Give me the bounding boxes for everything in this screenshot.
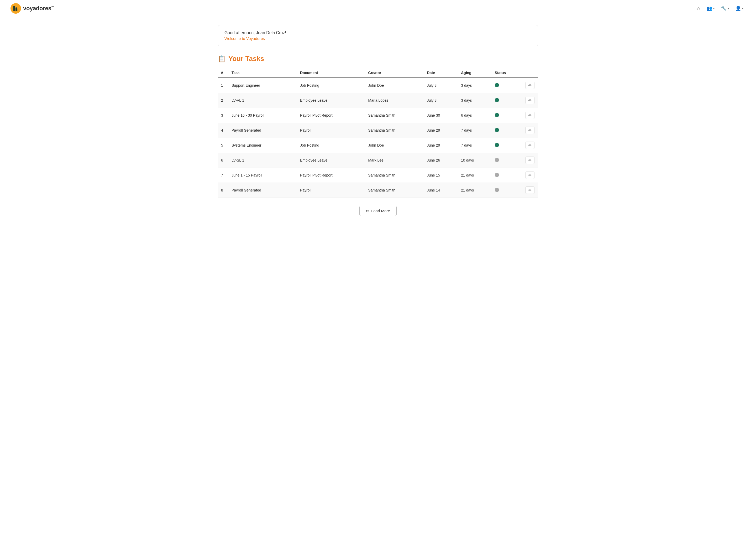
table-row: 5 Systems Engineer Job Posting John Doe … bbox=[218, 138, 538, 153]
row-task: Systems Engineer bbox=[228, 138, 297, 153]
row-creator: Samantha Smith bbox=[365, 168, 424, 183]
eye-icon: 👁 bbox=[528, 83, 532, 87]
status-dot bbox=[495, 143, 499, 147]
row-task: June 1 - 15 Payroll bbox=[228, 168, 297, 183]
tasks-table: # Task Document Creator Date Aging Statu… bbox=[218, 68, 538, 198]
row-document: Payroll bbox=[297, 183, 365, 198]
row-action: 👁 bbox=[522, 138, 538, 153]
table-row: 1 Support Engineer Job Posting John Doe … bbox=[218, 78, 538, 93]
row-status bbox=[492, 93, 522, 108]
col-date: Date bbox=[424, 68, 458, 78]
view-button[interactable]: 👁 bbox=[526, 172, 535, 179]
svg-rect-2 bbox=[16, 7, 17, 11]
row-date: June 29 bbox=[424, 123, 458, 138]
row-number: 3 bbox=[218, 108, 228, 123]
row-date: June 26 bbox=[424, 153, 458, 168]
tasks-title: Your Tasks bbox=[228, 55, 264, 63]
view-button[interactable]: 👁 bbox=[526, 127, 535, 134]
row-action: 👁 bbox=[522, 168, 538, 183]
view-button[interactable]: 👁 bbox=[526, 112, 535, 119]
team-chevron-icon: ▾ bbox=[713, 7, 715, 10]
row-action: 👁 bbox=[522, 123, 538, 138]
row-number: 2 bbox=[218, 93, 228, 108]
row-creator: Samantha Smith bbox=[365, 123, 424, 138]
row-status bbox=[492, 183, 522, 198]
eye-icon: 👁 bbox=[528, 143, 532, 147]
row-document: Job Posting bbox=[297, 78, 365, 93]
col-aging: Aging bbox=[458, 68, 492, 78]
row-date: June 15 bbox=[424, 168, 458, 183]
load-more-icon: ↺ bbox=[366, 209, 369, 213]
eye-icon: 👁 bbox=[528, 113, 532, 117]
row-number: 8 bbox=[218, 183, 228, 198]
row-task: Payroll Generated bbox=[228, 183, 297, 198]
row-document: Payroll Pivot Report bbox=[297, 168, 365, 183]
row-document: Payroll Pivot Report bbox=[297, 108, 365, 123]
row-action: 👁 bbox=[522, 93, 538, 108]
view-button[interactable]: 👁 bbox=[526, 157, 535, 164]
logo-icon bbox=[11, 3, 21, 14]
row-status bbox=[492, 108, 522, 123]
col-number: # bbox=[218, 68, 228, 78]
row-date: July 3 bbox=[424, 93, 458, 108]
status-dot bbox=[495, 173, 499, 177]
col-document: Document bbox=[297, 68, 365, 78]
row-action: 👁 bbox=[522, 153, 538, 168]
header-nav: ⌂ 👥 ▾ 🔧 ▾ 👤 ▾ bbox=[695, 4, 745, 13]
table-row: 7 June 1 - 15 Payroll Payroll Pivot Repo… bbox=[218, 168, 538, 183]
user-icon: 👤 bbox=[735, 6, 741, 11]
row-aging: 21 days bbox=[458, 183, 492, 198]
status-dot bbox=[495, 113, 499, 117]
row-task: Support Engineer bbox=[228, 78, 297, 93]
eye-icon: 👁 bbox=[528, 173, 532, 177]
eye-icon: 👁 bbox=[528, 158, 532, 162]
team-nav-button[interactable]: 👥 ▾ bbox=[704, 4, 717, 13]
row-date: June 29 bbox=[424, 138, 458, 153]
load-more-container: ↺ Load More bbox=[218, 206, 538, 216]
svg-rect-3 bbox=[18, 8, 19, 11]
tools-nav-button[interactable]: 🔧 ▾ bbox=[719, 4, 731, 13]
row-aging: 6 days bbox=[458, 108, 492, 123]
row-creator: John Doe bbox=[365, 78, 424, 93]
view-button[interactable]: 👁 bbox=[526, 82, 535, 89]
welcome-link[interactable]: Welcome to Voyadores bbox=[224, 36, 265, 41]
svg-rect-1 bbox=[13, 6, 15, 11]
row-action: 👁 bbox=[522, 108, 538, 123]
status-dot bbox=[495, 158, 499, 162]
table-row: 2 LV-VL 1 Employee Leave Maria Lopez Jul… bbox=[218, 93, 538, 108]
status-dot bbox=[495, 98, 499, 102]
row-document: Employee Leave bbox=[297, 93, 365, 108]
view-button[interactable]: 👁 bbox=[526, 141, 535, 149]
row-creator: John Doe bbox=[365, 138, 424, 153]
col-action bbox=[522, 68, 538, 78]
tasks-header: 📋 Your Tasks bbox=[218, 55, 538, 63]
user-chevron-icon: ▾ bbox=[742, 7, 743, 10]
load-more-button[interactable]: ↺ Load More bbox=[359, 206, 397, 216]
row-status bbox=[492, 138, 522, 153]
eye-icon: 👁 bbox=[528, 98, 532, 102]
tools-chevron-icon: ▾ bbox=[728, 7, 729, 10]
row-number: 4 bbox=[218, 123, 228, 138]
row-status bbox=[492, 168, 522, 183]
row-task: Payroll Generated bbox=[228, 123, 297, 138]
table-row: 3 June 16 - 30 Payroll Payroll Pivot Rep… bbox=[218, 108, 538, 123]
logo: voyadores™ bbox=[11, 3, 54, 14]
row-date: June 30 bbox=[424, 108, 458, 123]
table-row: 4 Payroll Generated Payroll Samantha Smi… bbox=[218, 123, 538, 138]
team-icon: 👥 bbox=[706, 6, 712, 11]
view-button[interactable]: 👁 bbox=[526, 97, 535, 104]
home-nav-button[interactable]: ⌂ bbox=[695, 4, 702, 13]
greeting-card: Good afternoon, Juan Dela Cruz! Welcome … bbox=[218, 25, 538, 46]
user-nav-button[interactable]: 👤 ▾ bbox=[733, 4, 745, 13]
table-row: 6 LV-SL 1 Employee Leave Mark Lee June 2… bbox=[218, 153, 538, 168]
status-dot bbox=[495, 128, 499, 132]
table-body: 1 Support Engineer Job Posting John Doe … bbox=[218, 78, 538, 198]
row-number: 1 bbox=[218, 78, 228, 93]
view-button[interactable]: 👁 bbox=[526, 187, 535, 194]
row-status bbox=[492, 123, 522, 138]
main-content: Good afternoon, Juan Dela Cruz! Welcome … bbox=[208, 17, 548, 224]
row-action: 👁 bbox=[522, 183, 538, 198]
row-action: 👁 bbox=[522, 78, 538, 93]
row-number: 6 bbox=[218, 153, 228, 168]
row-aging: 7 days bbox=[458, 138, 492, 153]
